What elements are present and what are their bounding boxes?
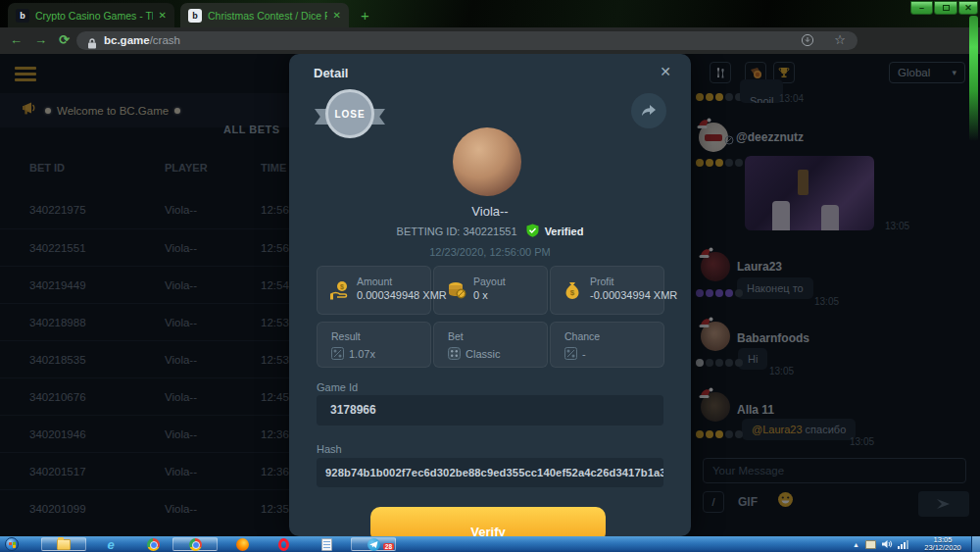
screen: b Crypto Casino Games - The 16 B ✕ b Chr…: [0, 0, 980, 552]
taskbar: e 28 ▲ 13:05 23/12/2020: [0, 536, 980, 552]
svg-text:$: $: [340, 283, 344, 291]
scrollbar-thumb[interactable]: [969, 16, 978, 141]
system-tray: ▲ 13:05 23/12/2020: [853, 536, 980, 552]
stat-payout: Payout 0 x: [433, 266, 548, 315]
stat-value: -: [582, 348, 586, 360]
money-bag-icon: $: [563, 280, 582, 304]
window-close-button[interactable]: ✕: [958, 1, 978, 15]
tab-christmas-contest[interactable]: b Christmas Contest / Dice Roll Hu ✕: [180, 3, 349, 27]
speaker-icon[interactable]: [882, 539, 893, 549]
svg-text:$: $: [570, 288, 575, 297]
taskbar-chrome-pinned-button[interactable]: [137, 537, 169, 551]
betting-id-line: BETTING ID: 340221551 Verified: [289, 224, 691, 237]
verify-button[interactable]: Verify: [370, 507, 606, 536]
verified-shield-icon: [526, 224, 539, 237]
back-icon[interactable]: ←: [10, 32, 23, 47]
tab-title: Christmas Contest / Dice Roll Hu: [208, 10, 327, 22]
taskbar-telegram-button[interactable]: 28: [351, 537, 396, 551]
stat-profit: $ Profit -0.00034994 XMR: [550, 266, 664, 315]
taskbar-chrome-active-button[interactable]: [172, 537, 218, 551]
bcgame-favicon: b: [188, 9, 202, 23]
taskbar-clock[interactable]: 13:05 23/12/2020: [917, 536, 968, 552]
stat-label: Bet: [448, 330, 464, 342]
url-host: bc.game: [104, 34, 150, 46]
browser-navbar: ← → ⟳ bc.game/crash ☆ ⋮: [0, 27, 980, 54]
lose-badge: LOSE: [315, 85, 385, 142]
player-avatar[interactable]: [453, 127, 521, 196]
bet-detail-modal: Detail ✕ LOSE Viola-- BETTING ID: 340221…: [289, 54, 691, 536]
modal-close-icon[interactable]: ✕: [660, 64, 671, 79]
tab-close-icon[interactable]: ✕: [159, 10, 167, 21]
bookmark-star-icon[interactable]: ☆: [834, 32, 846, 47]
taskbar-ie-button[interactable]: e: [93, 537, 128, 551]
share-button[interactable]: [631, 93, 666, 128]
stat-value: 0 x: [473, 289, 506, 301]
taskbar-explorer-button[interactable]: [41, 537, 86, 551]
clock-date: 23/12/2020: [917, 544, 968, 552]
bcgame-page: Welcome to BC.Game ALL BETS BET ID PLAYE…: [0, 54, 980, 536]
window-restore-button[interactable]: [934, 1, 957, 15]
coin-stack-icon: [446, 280, 467, 304]
start-button[interactable]: [5, 537, 19, 551]
bcgame-favicon: b: [16, 9, 29, 23]
stat-chance: Chance -: [550, 322, 664, 368]
firefox-icon: [236, 538, 249, 551]
taskbar-notepad-button[interactable]: [310, 537, 343, 551]
stat-result: Result 1.07x: [317, 322, 431, 368]
stat-label: Payout: [473, 276, 506, 287]
stat-bet: Bet Classic: [433, 322, 548, 368]
betting-id-value: 340221551: [463, 226, 516, 237]
stat-label: Profit: [590, 276, 677, 287]
keyboard-layout-icon[interactable]: [865, 540, 876, 549]
coin-hand-icon: $: [329, 280, 351, 304]
player-name: Viola--: [289, 204, 691, 219]
folder-icon: [57, 539, 71, 550]
verified-label: Verified: [545, 226, 584, 237]
betting-id-label: BETTING ID:: [397, 226, 461, 237]
stat-label: Chance: [564, 330, 600, 342]
modal-title: Detail: [314, 66, 348, 80]
tab-title: Crypto Casino Games - The 16 B: [35, 10, 153, 22]
opera-icon: [278, 538, 289, 551]
forward-icon[interactable]: →: [34, 32, 47, 47]
new-tab-button[interactable]: +: [361, 7, 369, 24]
stat-label: Result: [331, 330, 361, 342]
game-id-field[interactable]: 3178966: [317, 395, 663, 426]
stat-value: -0.00034994 XMR: [590, 289, 677, 301]
window-minimize-button[interactable]: –: [910, 1, 933, 15]
network-signal-icon[interactable]: [898, 539, 909, 549]
stat-value: Classic: [466, 348, 500, 360]
chrome-icon: [189, 538, 202, 551]
save-page-icon[interactable]: [801, 33, 814, 50]
notepad-icon: [321, 538, 332, 551]
game-id-label: Game Id: [317, 381, 358, 393]
tray-expand-icon[interactable]: ▲: [853, 541, 859, 548]
hash-label: Hash: [317, 443, 342, 455]
telegram-unread-badge: 28: [383, 543, 394, 550]
hash-field[interactable]: 928b74b1b002f7ec6d302be88c9ed355cc140ef5…: [317, 458, 663, 487]
tab-crypto-casino[interactable]: b Crypto Casino Games - The 16 B ✕: [8, 3, 174, 27]
lock-icon: [87, 35, 97, 53]
dice-icon: [448, 347, 461, 360]
show-desktop-button[interactable]: [971, 536, 980, 552]
internet-explorer-icon: e: [107, 537, 114, 552]
tab-close-icon[interactable]: ✕: [333, 10, 341, 21]
graph-icon: [564, 347, 577, 360]
graph-icon: [331, 347, 344, 360]
taskbar-opera-button[interactable]: [267, 537, 300, 551]
taskbar-firefox-button[interactable]: [225, 537, 259, 551]
url-bar[interactable]: bc.game/crash ☆: [76, 31, 858, 50]
stat-amount: $ Amount 0.000349948 XMR: [317, 266, 431, 315]
refresh-icon[interactable]: ⟳: [59, 32, 70, 47]
bet-datetime: 12/23/2020, 12:56:00 PM: [289, 246, 691, 258]
stat-value: 1.07x: [349, 348, 375, 360]
telegram-icon: [368, 538, 380, 551]
share-arrow-icon: [641, 104, 657, 118]
url-path: /crash: [150, 34, 180, 46]
chrome-icon: [147, 538, 160, 551]
browser-tabstrip: b Crypto Casino Games - The 16 B ✕ b Chr…: [0, 0, 980, 27]
